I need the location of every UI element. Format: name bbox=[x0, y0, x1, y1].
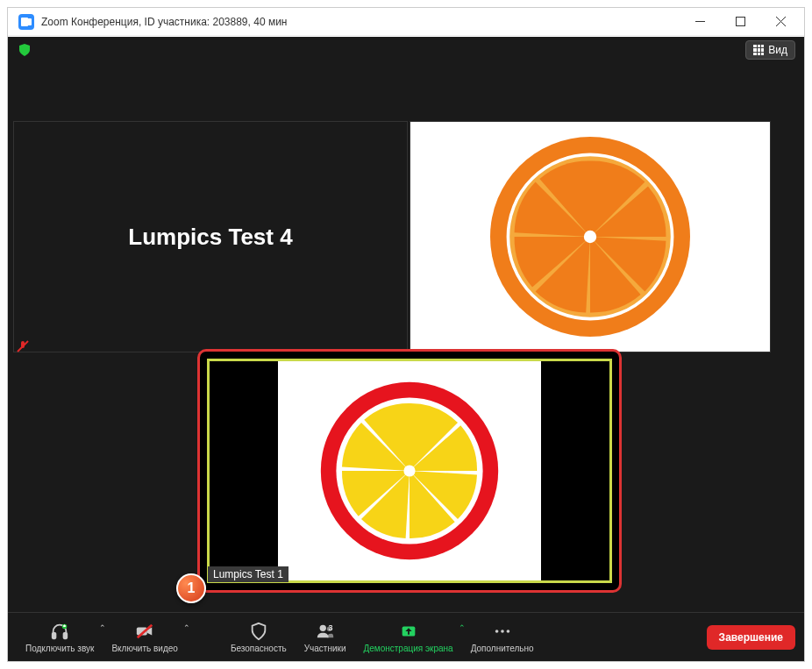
maximize-button[interactable] bbox=[720, 9, 760, 35]
minimize-button[interactable] bbox=[680, 9, 720, 35]
more-label: Дополнительно bbox=[471, 644, 534, 653]
participants-count: 3 bbox=[329, 623, 333, 632]
share-label: Демонстрация экрана bbox=[363, 644, 452, 653]
participant-3-video bbox=[278, 361, 542, 580]
headphones-icon bbox=[50, 622, 69, 641]
zoom-app-icon bbox=[18, 14, 34, 30]
highlighted-tile-frame: Lumpics Test 1 bbox=[197, 349, 622, 593]
svg-rect-1 bbox=[736, 18, 744, 26]
svg-rect-13 bbox=[64, 632, 68, 637]
titlebar: Zoom Конференция, ID участника: 203889, … bbox=[8, 8, 804, 36]
security-label: Безопасность bbox=[231, 644, 287, 653]
more-button[interactable]: Дополнительно bbox=[462, 618, 543, 657]
app-topbar: Вид bbox=[8, 37, 804, 63]
orange-slice-avatar bbox=[485, 132, 695, 342]
participant-tile-3[interactable]: Lumpics Test 1 bbox=[207, 359, 612, 583]
meeting-controls-bar: Подключить звук ⌃ Включить видео ⌃ Безоп… bbox=[8, 612, 804, 661]
participants-label: Участники bbox=[304, 644, 346, 653]
app-window: Zoom Конференция, ID участника: 203889, … bbox=[7, 7, 805, 662]
close-button[interactable] bbox=[760, 9, 801, 35]
mic-muted-icon bbox=[16, 339, 30, 353]
window-controls bbox=[680, 9, 801, 35]
start-video-button[interactable]: Включить видео ⌃ bbox=[103, 618, 187, 657]
chevron-up-icon[interactable]: ⌃ bbox=[183, 623, 190, 632]
join-audio-button[interactable]: Подключить звук ⌃ bbox=[17, 618, 103, 657]
svg-point-21 bbox=[501, 630, 504, 633]
view-mode-button[interactable]: Вид bbox=[745, 40, 795, 60]
annotation-badge-1: 1 bbox=[176, 573, 206, 603]
end-meeting-button[interactable]: Завершение bbox=[707, 625, 795, 650]
svg-point-17 bbox=[319, 624, 325, 630]
audio-label: Подключить звук bbox=[25, 644, 94, 653]
share-screen-button[interactable]: Демонстрация экрана ⌃ bbox=[354, 618, 461, 657]
svg-point-20 bbox=[495, 630, 498, 633]
video-grid: Lumpics Test 4 bbox=[8, 63, 804, 612]
participant-name-large: Lumpics Test 4 bbox=[128, 224, 292, 251]
participants-icon: 3 bbox=[316, 622, 335, 641]
badge-number: 1 bbox=[188, 580, 196, 596]
participants-button[interactable]: 3 Участники bbox=[296, 618, 355, 657]
svg-point-22 bbox=[506, 630, 509, 633]
lemon-slice-avatar bbox=[313, 374, 506, 567]
grid-icon bbox=[753, 45, 764, 55]
window-title: Zoom Конференция, ID участника: 203889, … bbox=[41, 16, 680, 28]
participant-tile-1[interactable]: Lumpics Test 4 bbox=[13, 121, 408, 352]
end-label: Завершение bbox=[719, 631, 783, 644]
shield-icon bbox=[249, 622, 268, 641]
svg-point-11 bbox=[403, 465, 415, 476]
security-button[interactable]: Безопасность bbox=[222, 618, 296, 657]
view-label: Вид bbox=[768, 44, 787, 56]
svg-point-8 bbox=[584, 231, 596, 243]
video-label: Включить видео bbox=[111, 644, 178, 653]
share-screen-icon bbox=[399, 622, 418, 641]
encryption-shield-icon[interactable] bbox=[17, 42, 32, 58]
video-off-icon bbox=[135, 622, 154, 641]
more-icon bbox=[493, 622, 512, 641]
participant-tile-2[interactable] bbox=[410, 121, 771, 352]
svg-rect-12 bbox=[53, 632, 56, 637]
zoom-app-area: Вид Lumpics Test 4 bbox=[8, 37, 804, 661]
participant-3-nameplate: Lumpics Test 1 bbox=[208, 566, 288, 582]
